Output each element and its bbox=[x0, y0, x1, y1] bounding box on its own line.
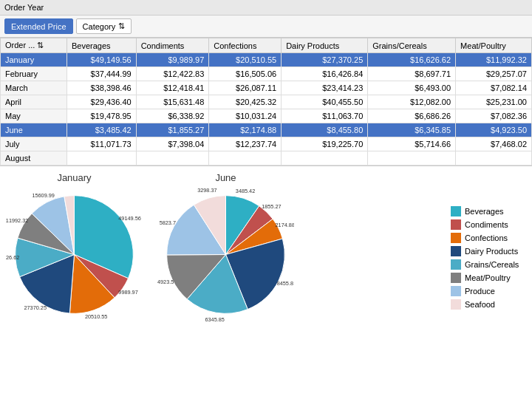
pie-label: 5823.7 bbox=[160, 219, 176, 226]
legend-label: Beverages bbox=[465, 207, 504, 216]
cell-value bbox=[282, 151, 368, 166]
cell-value: $6,493.00 bbox=[368, 81, 456, 95]
cell-value bbox=[456, 151, 532, 166]
legend-label: Condiments bbox=[465, 220, 508, 229]
legend-label: Seafood bbox=[465, 300, 495, 309]
sort-icon: ⇅ bbox=[37, 41, 44, 50]
pie-label: 6345.85 bbox=[205, 316, 224, 323]
table-row[interactable]: July$11,071.73$7,398.04$12,237.74$19,225… bbox=[1, 137, 532, 151]
cell-value: $6,345.85 bbox=[368, 123, 456, 137]
pie-label: 4923.5 bbox=[157, 279, 174, 285]
legend-item: Beverages bbox=[451, 206, 520, 216]
cell-value: $19,478.95 bbox=[67, 109, 137, 123]
cell-value: $9,989.97 bbox=[136, 53, 209, 67]
legend-label: Confections bbox=[465, 233, 508, 242]
cell-value: $4,923.50 bbox=[456, 123, 532, 137]
filter-bar: Order Year bbox=[0, 0, 532, 16]
cell-value: $11,063.70 bbox=[282, 109, 368, 123]
cell-value: $12,237.74 bbox=[209, 137, 282, 151]
col-order[interactable]: Order ... ⇅ bbox=[1, 38, 67, 53]
cell-value: $20,510.55 bbox=[209, 53, 282, 67]
legend-color-box bbox=[451, 233, 461, 243]
chart-area: January 49149.569989.9720510.5527370.251… bbox=[6, 172, 439, 344]
table-row[interactable]: March$38,398.46$12,418.41$26,087.11$23,4… bbox=[1, 81, 532, 95]
row-label: July bbox=[1, 137, 67, 151]
pie-january-container: 49149.569989.9720510.5527370.2516626.621… bbox=[6, 186, 143, 324]
table-row[interactable]: April$29,436.40$15,631.48$20,425.32$40,4… bbox=[1, 95, 532, 109]
legend-label: Produce bbox=[465, 287, 495, 296]
cell-value: $8,455.80 bbox=[282, 123, 368, 137]
pie-label: 3485.42 bbox=[236, 188, 255, 194]
data-table: Order ... ⇅ Beverages Condiments Confect… bbox=[0, 38, 532, 166]
pie-label: 9989.97 bbox=[118, 289, 137, 296]
col-beverages[interactable]: Beverages bbox=[67, 38, 137, 53]
table-row[interactable]: January$49,149.56$9,989.97$20,510.55$27,… bbox=[1, 53, 532, 67]
cell-value: $38,398.46 bbox=[67, 81, 137, 95]
cell-value: $7,082.36 bbox=[456, 109, 532, 123]
cell-value: $2,174.88 bbox=[209, 123, 282, 137]
pill-bar: Extended Price Category ⇅ bbox=[0, 16, 532, 38]
cell-value bbox=[67, 151, 137, 166]
row-label: January bbox=[1, 53, 67, 67]
table-row[interactable]: August bbox=[1, 151, 532, 166]
cell-value: $6,338.92 bbox=[136, 109, 209, 123]
legend-item: Dairy Products bbox=[451, 246, 520, 256]
legend-label: Meat/Poultry bbox=[465, 273, 511, 282]
table-row[interactable]: May$19,478.95$6,338.92$10,031.24$11,063.… bbox=[1, 109, 532, 123]
pie-january-svg: 49149.569989.9720510.5527370.2516626.621… bbox=[6, 186, 143, 323]
pie-june-container: 3485.421855.272174.888455.86345.854923.5… bbox=[157, 186, 294, 324]
cell-value: $12,082.00 bbox=[368, 95, 456, 109]
data-table-container[interactable]: Order ... ⇅ Beverages Condiments Confect… bbox=[0, 38, 532, 166]
table-row[interactable]: June$3,485.42$1,855.27$2,174.88$8,455.80… bbox=[1, 123, 532, 137]
pie-label: 49149.56 bbox=[118, 215, 140, 222]
cell-value: $12,418.41 bbox=[136, 81, 209, 95]
chart-legend: BeveragesCondimentsConfectionsDairy Prod… bbox=[445, 172, 526, 344]
cell-value: $10,031.24 bbox=[209, 109, 282, 123]
category-pill[interactable]: Category ⇅ bbox=[76, 18, 132, 34]
legend-color-box bbox=[451, 259, 461, 270]
row-label: April bbox=[1, 95, 67, 109]
row-label: May bbox=[1, 109, 67, 123]
pie-label: 1855.27 bbox=[262, 203, 281, 210]
sort-icon: ⇅ bbox=[118, 21, 125, 31]
pie-label: 8455.8 bbox=[277, 280, 293, 287]
table-header-row: Order ... ⇅ Beverages Condiments Confect… bbox=[1, 38, 532, 53]
legend-color-box bbox=[451, 299, 461, 310]
cell-value: $6,686.26 bbox=[368, 109, 456, 123]
cell-value bbox=[136, 151, 209, 166]
legend-item: Grains/Cereals bbox=[451, 259, 520, 270]
bottom-section: January 49149.569989.9720510.5527370.251… bbox=[0, 166, 532, 349]
cell-value: $11,071.73 bbox=[67, 137, 137, 151]
col-condiments[interactable]: Condiments bbox=[136, 38, 209, 53]
table-row[interactable]: February$37,444.99$12,422.83$16,505.06$1… bbox=[1, 67, 532, 81]
cell-value: $29,257.07 bbox=[456, 67, 532, 81]
cell-value: $40,455.50 bbox=[282, 95, 368, 109]
cell-value: $12,422.83 bbox=[136, 67, 209, 81]
cell-value: $16,626.62 bbox=[368, 53, 456, 67]
extended-price-pill[interactable]: Extended Price bbox=[4, 18, 73, 34]
pie-label: 3298.37 bbox=[197, 187, 216, 194]
pie-label: 15609.99 bbox=[32, 192, 54, 199]
category-label: Category bbox=[83, 22, 116, 31]
cell-value: $8,697.71 bbox=[368, 67, 456, 81]
cell-value: $25,231.00 bbox=[456, 95, 532, 109]
pie-june-svg: 3485.421855.272174.888455.86345.854923.5… bbox=[157, 186, 294, 323]
col-dairy[interactable]: Dairy Products bbox=[282, 38, 368, 53]
top-section: Order Year Extended Price Category ⇅ Ord… bbox=[0, 0, 532, 166]
row-label: August bbox=[1, 151, 67, 166]
cell-value: $37,444.99 bbox=[67, 67, 137, 81]
cell-value bbox=[368, 151, 456, 166]
cell-value: $26,087.11 bbox=[209, 81, 282, 95]
cell-value: $5,714.66 bbox=[368, 137, 456, 151]
col-confections[interactable]: Confections bbox=[209, 38, 282, 53]
legend-color-box bbox=[451, 206, 461, 216]
legend-label: Dairy Products bbox=[465, 247, 518, 256]
cell-value: $49,149.56 bbox=[67, 53, 137, 67]
col-meat[interactable]: Meat/Poultry bbox=[456, 38, 532, 53]
col-grains[interactable]: Grains/Cereals bbox=[368, 38, 456, 53]
row-label: February bbox=[1, 67, 67, 81]
cell-value: $7,398.04 bbox=[136, 137, 209, 151]
legend-item: Seafood bbox=[451, 299, 520, 310]
cell-value: $27,370.25 bbox=[282, 53, 368, 67]
cell-value: $29,436.40 bbox=[67, 95, 137, 109]
